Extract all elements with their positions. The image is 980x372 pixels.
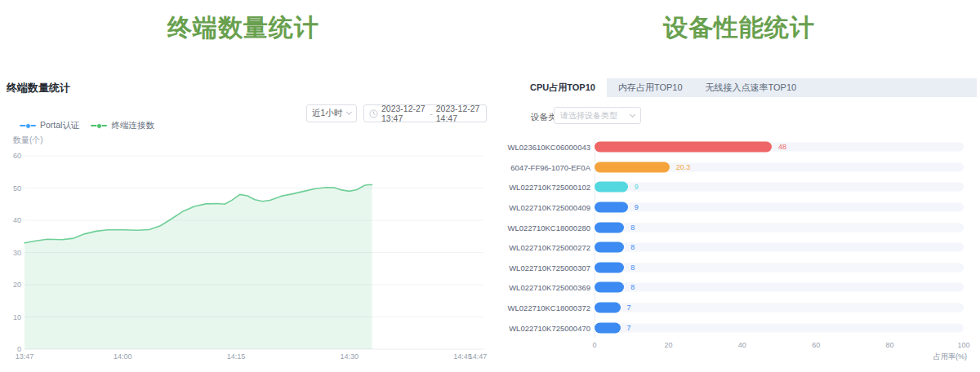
date-range-picker[interactable]: 2023-12-27 13:47 - 2023-12-27 14:47 xyxy=(363,104,487,122)
bar-value-label: 8 xyxy=(630,264,635,272)
date-range-separator: - xyxy=(430,108,433,118)
bar-row: WL022710KC180003727 xyxy=(506,298,978,318)
time-range-select[interactable]: 近1小时 xyxy=(306,104,357,122)
svg-text:60: 60 xyxy=(13,152,21,160)
bar-row: 6047-FF96-1070-EF0A20.3 xyxy=(506,157,978,178)
bar-value-label: 48 xyxy=(778,143,786,151)
line-chart-legend: Portal认证终端连接数 xyxy=(20,120,154,131)
bar xyxy=(595,142,772,153)
bar-row: WL022710K7250004707 xyxy=(506,317,978,338)
clock-icon xyxy=(369,109,378,118)
legend-label: 终端连接数 xyxy=(111,120,154,131)
bar xyxy=(595,162,670,172)
bar-value-label: 8 xyxy=(630,224,635,232)
bar xyxy=(595,262,624,272)
bar-track xyxy=(595,243,964,252)
device-name-label: WL022710K725000102 xyxy=(506,183,590,192)
bar-track xyxy=(595,323,964,332)
y-axis-title: 数量(个) xyxy=(13,135,43,146)
bar xyxy=(595,322,621,333)
bar-value-label: 8 xyxy=(630,243,635,251)
legend-label: Portal认证 xyxy=(40,120,79,131)
chevron-down-icon xyxy=(630,111,635,117)
bar-track xyxy=(595,203,964,212)
legend-marker-icon xyxy=(91,125,107,126)
bar-value-label: 8 xyxy=(630,283,635,291)
bar-row: WL022710K7250001029 xyxy=(506,177,978,197)
svg-text:30: 30 xyxy=(13,249,21,257)
device-name-label: WL022710K725000409 xyxy=(506,203,590,212)
bar xyxy=(595,202,628,213)
terminal-count-line-chart: 010203040506013:4714:0014:1514:3014:4514… xyxy=(0,148,490,372)
date-range-end: 2023-12-27 14:47 xyxy=(436,104,481,123)
device-type-placeholder: 请选择设备类型 xyxy=(560,110,617,122)
x-axis-tick: 60 xyxy=(812,341,820,349)
device-name-label: WL022710KC18000372 xyxy=(506,303,590,312)
bar-row: WL022710KC180002808 xyxy=(506,217,978,237)
bar xyxy=(595,242,624,253)
device-name-label: WL022710K725000470 xyxy=(506,323,590,332)
legend-item[interactable]: Portal认证 xyxy=(20,120,79,131)
device-name-label: WL023610KC06000043 xyxy=(506,143,590,152)
bar xyxy=(595,303,621,313)
x-axis-tick: 100 xyxy=(957,341,969,349)
device-name-label: 6047-FF96-1070-EF0A xyxy=(506,162,590,171)
svg-text:14:47: 14:47 xyxy=(469,352,488,361)
dashboard: 终端数量统计 设备性能统计 终端数量统计 近1小时 2023-12-27 13:… xyxy=(0,0,980,372)
device-type-select[interactable]: 请选择设备类型 xyxy=(554,107,641,124)
bar-row: WL022710K7250003698 xyxy=(506,277,978,298)
svg-text:13:47: 13:47 xyxy=(16,352,34,361)
bar-value-label: 7 xyxy=(627,303,631,312)
bar xyxy=(595,222,624,232)
performance-tabbar: CPU占用TOP10内存占用TOP10无线接入点速率TOP10 xyxy=(519,78,977,97)
left-section-title: 终端数量统计 xyxy=(0,11,487,45)
svg-text:20: 20 xyxy=(13,281,21,289)
bar-value-label: 9 xyxy=(635,203,639,211)
date-range-start: 2023-12-27 13:47 xyxy=(381,104,426,123)
device-name-label: WL022710K725000307 xyxy=(506,263,590,272)
svg-text:14:30: 14:30 xyxy=(340,352,359,361)
bar-value-label: 20.3 xyxy=(676,163,691,171)
terminal-count-heading: 终端数量统计 xyxy=(7,81,70,95)
bar-value-label: 9 xyxy=(635,183,639,191)
bar xyxy=(595,182,628,193)
time-range-select-value: 近1小时 xyxy=(312,108,342,119)
bar-value-label: 7 xyxy=(627,324,631,332)
line-series-area xyxy=(24,185,372,350)
bar-track xyxy=(595,303,964,312)
x-axis-tick: 0 xyxy=(592,341,596,349)
bar xyxy=(595,282,624,293)
x-axis-tick: 20 xyxy=(664,341,672,349)
x-axis-tick: 80 xyxy=(886,341,894,349)
bar-track xyxy=(595,183,964,192)
bar-track xyxy=(595,263,964,272)
tab-内存占用TOP10[interactable]: 内存占用TOP10 xyxy=(607,78,694,97)
svg-text:50: 50 xyxy=(13,184,21,193)
bar-row: WL023610KC0600004348 xyxy=(506,137,978,157)
device-name-label: WL022710K725000272 xyxy=(506,243,590,252)
bar-track xyxy=(595,283,964,292)
right-section-title: 设备性能统计 xyxy=(503,11,975,45)
cpu-top10-bar-chart: 占用率(%) WL023610KC06000043486047-FF96-107… xyxy=(506,137,978,369)
svg-text:14:00: 14:00 xyxy=(114,352,132,361)
x-axis-tick: 40 xyxy=(738,341,746,349)
legend-marker-icon xyxy=(20,125,36,126)
svg-text:14:15: 14:15 xyxy=(227,352,246,361)
device-name-label: WL022710KC18000280 xyxy=(506,223,590,232)
chevron-down-icon xyxy=(346,109,352,115)
svg-text:10: 10 xyxy=(13,313,21,321)
legend-item[interactable]: 终端连接数 xyxy=(91,120,154,131)
tab-CPU占用TOP10[interactable]: CPU占用TOP10 xyxy=(519,78,607,97)
svg-text:40: 40 xyxy=(13,216,21,224)
x-axis-title: 占用率(%) xyxy=(933,352,967,362)
bar-row: WL022710K7250003078 xyxy=(506,258,978,278)
tab-无线接入点速率TOP10[interactable]: 无线接入点速率TOP10 xyxy=(694,78,808,97)
bar-track xyxy=(595,223,964,232)
device-name-label: WL022710K725000369 xyxy=(506,283,590,292)
bar-row: WL022710K7250002728 xyxy=(506,237,978,258)
bar-row: WL022710K7250004099 xyxy=(506,197,978,218)
